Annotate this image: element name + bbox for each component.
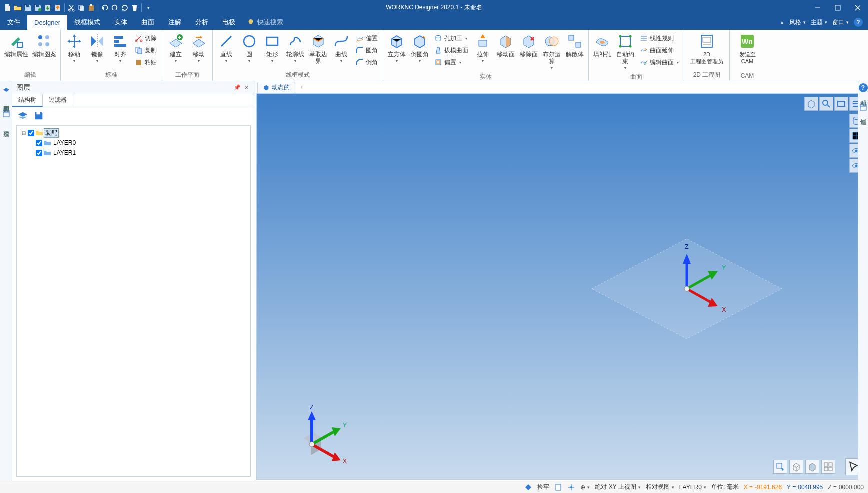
contour-button[interactable]: 轮廓线 [285,32,306,65]
fillet-button[interactable]: 圆角 [354,45,380,56]
qat-overflow-icon[interactable]: ▾ [144,3,153,12]
tab-structure-tree[interactable]: 结构树 [12,94,43,107]
qat-delete-icon[interactable] [130,3,139,12]
grid-status-icon[interactable] [567,483,575,491]
tab-wireframe[interactable]: 线框模式 [67,15,107,30]
active-layer-menu[interactable]: LAYER0 [679,484,706,491]
tree-checkbox[interactable] [36,150,42,156]
edit-attr-button[interactable]: 编辑属性 [3,32,29,58]
cube-button[interactable]: 立方体 [386,32,407,65]
qat-save-icon[interactable] [23,3,32,12]
tab-annotate[interactable]: 注解 [161,15,188,30]
wp-create-button[interactable]: 建立 [165,32,186,65]
tree-checkbox[interactable] [36,140,42,146]
draft-button[interactable]: 拔模曲面 [432,45,470,56]
circle-button[interactable]: 圆 [239,32,260,65]
viewport-tab-dynamic[interactable]: 动态的 [257,82,295,93]
select-box-icon[interactable] [773,460,787,474]
save-layers-icon[interactable] [32,109,45,122]
qat-cut-icon[interactable] [67,3,76,12]
qat-undo-icon[interactable] [100,3,109,12]
send-cam-button[interactable]: Wn 发送至 CAM [733,32,762,65]
maximize-button[interactable] [828,0,848,15]
fillhole-button[interactable]: 填补孔 [592,32,613,58]
quick-search[interactable]: 快速搜索 [242,15,288,30]
rail-options-icon[interactable] [2,109,11,118]
editsurf-button[interactable]: 编辑曲面▾ [638,57,681,68]
extract-button[interactable]: 萃取边界 [308,32,329,65]
tab-file[interactable]: 文件 [0,15,27,30]
view-cube-icon[interactable] [804,97,818,111]
chamfer-button[interactable]: 倒角 [354,57,380,68]
add-viewport-button[interactable]: ＋ [297,83,306,91]
shaded-cube-icon[interactable] [805,460,819,474]
extend-button[interactable]: 曲面延伸 [638,45,681,56]
tab-solid[interactable]: 实体 [107,15,134,30]
delface-button[interactable]: 移除面 [518,32,539,58]
rail-options-tab[interactable]: 选项 [1,123,11,129]
style-menu[interactable]: 风格▾ [789,18,806,27]
diamond-icon[interactable] [524,483,532,491]
relview-menu[interactable]: 相对视图 [646,483,674,491]
offset-button[interactable]: 偏置 [354,33,380,44]
window-menu[interactable]: 窗口▾ [832,18,849,27]
tab-electrode[interactable]: 电极 [215,15,242,30]
hole-button[interactable]: 孔加工▾ [432,33,470,44]
mirror-button[interactable]: 镜像 [87,32,108,65]
qat-export-icon[interactable] [53,3,62,12]
tree-row-root[interactable]: ⊟ 装配 [18,128,249,138]
snap-toggle[interactable]: 捡牢 [537,483,549,491]
tree-label[interactable]: 装配 [44,129,58,137]
tree-checkbox[interactable] [28,130,34,136]
line-button[interactable]: 直线 [216,32,237,65]
qat-open-icon[interactable] [13,3,22,12]
zoom-icon[interactable] [819,97,833,111]
wp-move-button[interactable]: 移动 [188,32,209,65]
layers-icon[interactable] [16,109,29,122]
align-button[interactable]: 对齐 [110,32,131,65]
qat-new-icon[interactable] [3,3,12,12]
help-button[interactable]: ? [859,83,868,92]
round-button[interactable]: 倒圆角 [409,32,430,65]
tree-label[interactable]: LAYER1 [52,149,77,156]
edit-pattern-button[interactable]: 编辑图案 [31,32,57,58]
offset-solid-button[interactable]: 偏置▾ [432,57,470,68]
tree-label[interactable]: LAYER0 [52,139,77,146]
extrude-button[interactable]: 拉伸 [472,32,493,65]
four-view-icon[interactable] [821,460,835,474]
curve-button[interactable]: 曲线 [331,32,352,65]
tab-surface[interactable]: 曲面 [134,15,161,30]
dwgmgr-button[interactable]: 2D 工程图管理员 [687,32,726,65]
rail-workplane-tab[interactable]: 工作平面视图 [1,98,11,104]
view-menu[interactable]: 绝对 XY 上视图 [595,483,640,491]
boolean-button[interactable]: 布尔运算 [541,32,562,72]
viewport-3d[interactable]: Z Y X Z [256,93,867,480]
copy-button[interactable]: 复制 [133,45,159,56]
rect-button[interactable]: 矩形 [262,32,283,65]
qat-refresh-icon[interactable] [120,3,129,12]
move-button[interactable]: 移动 [64,32,85,65]
ruled-button[interactable]: 线性规则 [638,33,681,44]
tree-collapse-icon[interactable]: ⊟ [21,130,27,136]
rail-wp-icon[interactable] [2,84,11,93]
tab-filter[interactable]: 过滤器 [43,94,73,107]
close-button[interactable] [848,0,868,15]
qat-copy-icon[interactable] [77,3,86,12]
minimize-button[interactable] [808,0,828,15]
autoconstr-button[interactable]: 自动约束 [615,32,636,72]
cut-button[interactable]: 切除 [133,33,159,44]
properties-icon[interactable] [859,103,867,111]
paste-button[interactable]: 粘贴 [133,57,159,68]
wire-cube-icon[interactable] [789,460,803,474]
tree-row-layer0[interactable]: LAYER0 [18,138,249,148]
tab-analyze[interactable]: 分析 [188,15,215,30]
chevron-up-icon[interactable]: ▲ [780,20,784,25]
tree-row-layer1[interactable]: LAYER1 [18,148,249,158]
qat-paste-icon[interactable] [87,3,96,12]
qat-redo-icon[interactable] [110,3,119,12]
csys-menu[interactable]: ⊕ [580,484,590,491]
close-icon[interactable]: ✕ [242,83,251,92]
qat-saveas-icon[interactable] [33,3,42,12]
tab-designer[interactable]: Designer [27,15,67,30]
fit-icon[interactable] [834,97,848,111]
